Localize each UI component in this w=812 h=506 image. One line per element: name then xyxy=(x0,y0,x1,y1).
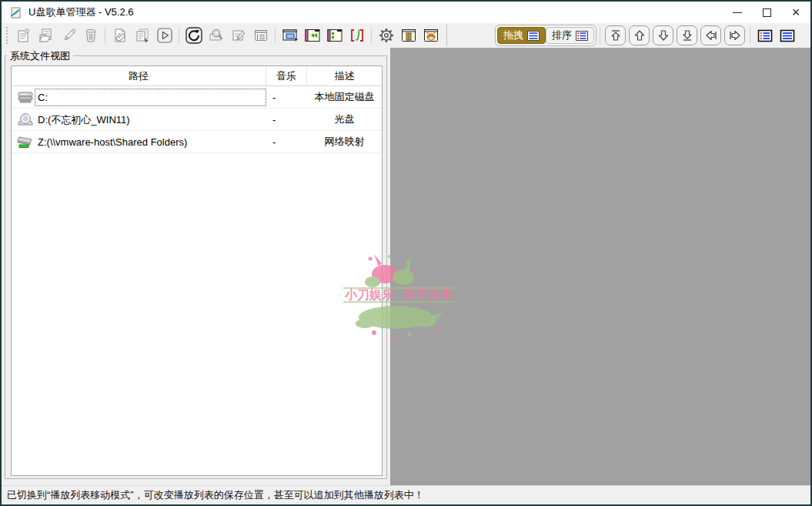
play-button[interactable] xyxy=(153,25,175,46)
about-mascot-button[interactable] xyxy=(419,25,442,46)
toolbar-separator xyxy=(600,27,600,44)
mode-button-group: 拖拽 排序 xyxy=(495,25,596,46)
drive-music-count: - xyxy=(266,92,307,103)
minimize-icon xyxy=(733,12,742,13)
copy-export-icon xyxy=(135,28,150,43)
column-header-music[interactable]: 音乐 xyxy=(266,66,307,85)
edit-playlist-button[interactable] xyxy=(57,25,79,46)
column-header-path[interactable]: 路径 xyxy=(12,66,266,85)
title-bar: U盘歌单管理器 - V5.2.6 × xyxy=(2,2,810,23)
new-playlist-button[interactable] xyxy=(12,25,35,46)
verify-edit-button[interactable] xyxy=(227,25,249,46)
log-window-icon xyxy=(400,28,417,43)
file-panel: 系统文件视图 路径 音乐 描述 xyxy=(2,48,390,485)
drag-mode-label: 拖拽 xyxy=(503,28,523,42)
toolbar-separator xyxy=(371,27,372,44)
maximize-button[interactable] xyxy=(752,2,781,23)
drag-list-icon xyxy=(527,31,540,41)
move-up-icon xyxy=(633,29,646,42)
view-list-red-button[interactable] xyxy=(754,25,776,46)
minimize-button[interactable] xyxy=(723,2,752,23)
sort-mode-button[interactable]: 排序 xyxy=(546,27,594,44)
settings-gear-icon xyxy=(378,27,395,44)
table-row-drive-c[interactable]: C: - 本地固定磁盘 xyxy=(12,86,382,109)
move-top-button[interactable] xyxy=(605,25,626,45)
search-folder-button[interactable] xyxy=(205,25,227,46)
script-tag-button[interactable] xyxy=(346,25,368,46)
window-layout-button[interactable] xyxy=(279,25,301,46)
drive-path: Z:(\\vmware-host\Shared Folders) xyxy=(35,133,266,151)
system-file-groupbox: 系统文件视图 路径 音乐 描述 xyxy=(5,55,387,479)
toolbar-separator xyxy=(446,25,447,46)
window-layout-icon xyxy=(282,28,299,43)
table-row-drive-z[interactable]: Z:(\\vmware-host\Shared Folders) - 网络映射 xyxy=(12,131,382,153)
toolbar-separator xyxy=(750,27,750,44)
groupbox-label: 系统文件视图 xyxy=(7,49,73,63)
drive-description: 光盘 xyxy=(307,112,382,126)
copy-export-button[interactable] xyxy=(131,25,153,46)
main-area: 系统文件视图 路径 音乐 描述 xyxy=(2,48,810,485)
close-button[interactable]: × xyxy=(781,2,810,23)
toolbar-separator xyxy=(105,27,105,44)
play-icon xyxy=(156,27,173,44)
sort-list-icon xyxy=(576,31,588,41)
move-right-icon xyxy=(729,29,741,42)
toolbar: 拖拽 排序 xyxy=(2,23,810,48)
app-icon xyxy=(9,6,22,19)
drive-description: 本地固定磁盘 xyxy=(307,90,382,104)
move-up-button[interactable] xyxy=(629,25,650,45)
refresh-icon xyxy=(185,26,203,45)
verify-edit-icon xyxy=(231,28,246,43)
about-mascot-icon xyxy=(423,28,439,43)
drive-path: D:(不忘初心_WIN11) xyxy=(35,111,266,129)
app-window: U盘歌单管理器 - V5.2.6 × xyxy=(0,0,812,506)
script-tag-icon xyxy=(349,28,366,43)
trash-icon xyxy=(83,28,99,43)
list-view-icon xyxy=(253,28,269,43)
move-bottom-icon xyxy=(681,29,693,42)
toolbar-gripper[interactable] xyxy=(6,27,9,44)
window-items-button[interactable] xyxy=(323,25,346,46)
move-left-icon xyxy=(705,29,717,42)
status-bar: 已切换到“播放列表移动模式”，可改变播放列表的保存位置，甚至可以追加到其他播放列… xyxy=(2,485,810,504)
drive-music-count: - xyxy=(266,136,307,148)
hard-disk-icon xyxy=(16,90,35,104)
drive-path: C: xyxy=(35,89,266,106)
window-prev-button[interactable] xyxy=(301,25,323,46)
refresh-button[interactable] xyxy=(182,25,205,46)
attach-file-button[interactable] xyxy=(109,25,131,46)
move-down-button[interactable] xyxy=(653,25,673,45)
status-message: 已切换到“播放列表移动模式”，可改变播放列表的保存位置，甚至可以追加到其他播放列… xyxy=(7,488,424,502)
close-icon: × xyxy=(792,5,800,19)
window-items-icon xyxy=(326,28,343,43)
view-list-blue-button[interactable] xyxy=(776,25,798,46)
playlist-panel-empty[interactable] xyxy=(390,48,810,485)
new-playlist-icon xyxy=(16,28,32,43)
table-header: 路径 音乐 描述 xyxy=(12,66,382,86)
network-drive-icon xyxy=(16,135,35,149)
delete-button[interactable] xyxy=(79,25,102,46)
list-view-button[interactable] xyxy=(249,25,272,46)
sort-mode-label: 排序 xyxy=(552,28,572,42)
edit-pencil-icon xyxy=(61,28,76,43)
table-row-drive-d[interactable]: D:(不忘初心_WIN11) - 光盘 xyxy=(12,109,382,131)
drag-mode-button[interactable]: 拖拽 xyxy=(497,27,546,44)
toolbar-separator xyxy=(179,27,179,44)
move-down-icon xyxy=(657,29,670,42)
file-table: 路径 音乐 描述 xyxy=(11,65,383,476)
log-window-button[interactable] xyxy=(397,25,419,46)
drive-description: 网络映射 xyxy=(307,135,382,149)
view-list-blue-icon xyxy=(780,29,795,42)
column-header-desc[interactable]: 描述 xyxy=(307,66,382,85)
move-left-button[interactable] xyxy=(700,25,721,45)
window-prev-icon xyxy=(304,28,321,43)
toolbar-separator xyxy=(275,27,276,44)
move-bottom-button[interactable] xyxy=(677,25,697,45)
open-playlist-button[interactable] xyxy=(35,25,57,46)
settings-button[interactable] xyxy=(375,25,397,46)
view-list-red-icon xyxy=(757,29,773,42)
search-folder-icon xyxy=(209,28,224,43)
attach-file-icon xyxy=(112,28,128,43)
move-top-icon xyxy=(610,29,622,42)
move-right-button[interactable] xyxy=(724,25,745,45)
